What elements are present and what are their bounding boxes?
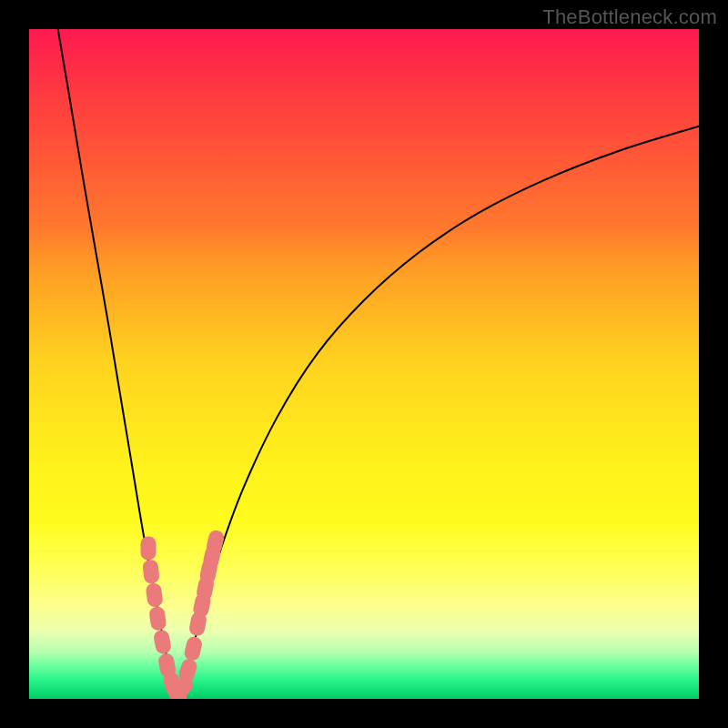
marker-layer [141, 529, 226, 699]
data-marker [145, 582, 164, 608]
data-marker [141, 536, 157, 560]
data-marker [148, 606, 167, 632]
chart-frame: TheBottleneck.com [0, 0, 728, 728]
chart-svg [29, 29, 699, 699]
curve-right-branch [177, 126, 699, 698]
data-marker [142, 559, 160, 584]
data-marker [183, 635, 204, 662]
data-marker [153, 629, 173, 655]
watermark-label: TheBottleneck.com [542, 5, 717, 29]
plot-area [29, 29, 699, 699]
